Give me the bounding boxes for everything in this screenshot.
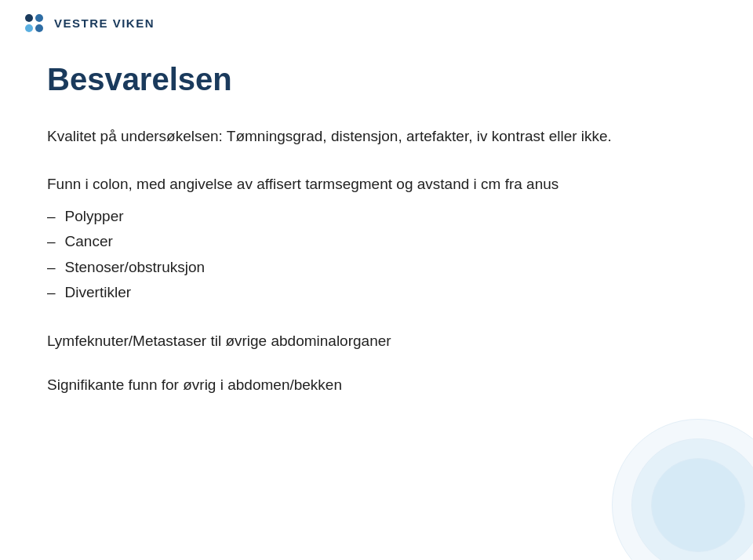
list-item: – Cancer [47,230,706,253]
deco-circle-inner [651,458,745,552]
list-item: – Polypper [47,205,706,228]
quality-text: Kvalitet på undersøkelsen: Tømningsgrad,… [47,125,706,148]
findings-intro: Funn i colon, med angivelse av affisert … [47,173,706,196]
findings-list: – Polypper – Cancer – Stenoser/obstruksj… [47,205,706,305]
logo-circle-1 [25,14,33,22]
list-dash-4: – [47,281,56,304]
list-item-cancer: Cancer [65,230,113,253]
list-item-polypper: Polypper [65,205,124,228]
lymph-section: Lymfeknuter/Metastaser til øvrige abdomi… [47,330,706,353]
quality-section: Kvalitet på undersøkelsen: Tømningsgrad,… [47,125,706,148]
lymph-text: Lymfeknuter/Metastaser til øvrige abdomi… [47,330,706,353]
list-dash-3: – [47,256,56,279]
list-item-divertikler: Divertikler [65,281,131,304]
list-item: – Divertikler [47,281,706,304]
list-dash-1: – [47,205,56,228]
logo-circle-2 [35,14,43,22]
logo-text: VESTRE VIKEN [54,16,155,30]
deco-circle-middle [631,438,753,560]
list-item-stenoser: Stenoser/obstruksjon [65,256,206,279]
significant-text: Signifikante funn for øvrig i abdomen/be… [47,374,706,397]
logo-circles [25,14,43,32]
logo-circle-4 [35,24,43,32]
significant-section: Signifikante funn for øvrig i abdomen/be… [47,374,706,397]
findings-section: Funn i colon, med angivelse av affisert … [47,173,706,305]
header: VESTRE VIKEN [0,0,753,46]
logo-circle-3 [25,24,33,32]
list-dash-2: – [47,230,56,253]
page-title: Besvarelsen [47,62,706,97]
main-content: Besvarelsen Kvalitet på undersøkelsen: T… [0,46,753,453]
list-item: – Stenoser/obstruksjon [47,256,706,279]
